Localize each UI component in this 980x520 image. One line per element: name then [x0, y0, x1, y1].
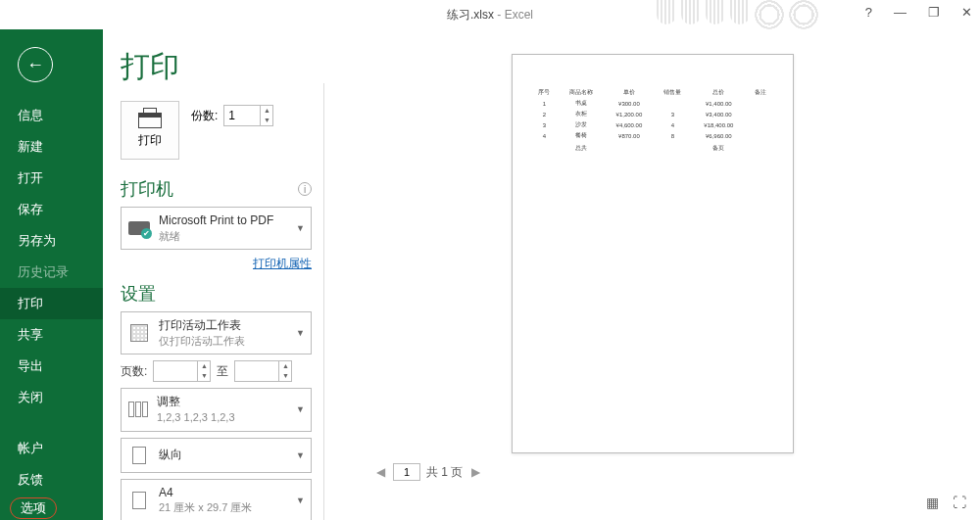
nav-item-另存为[interactable]: 另存为	[0, 225, 103, 257]
window-title: 练习.xlsx - Excel	[447, 7, 533, 24]
page-to-spinner[interactable]: ▲▼	[234, 360, 292, 382]
settings-section-head: 设置	[121, 282, 312, 306]
paper-size-select[interactable]: A421 厘米 x 29.7 厘米 ▼	[121, 479, 312, 520]
print-what-select[interactable]: 打印活动工作表仅打印活动工作表 ▼	[121, 311, 312, 355]
page-heading: 打印	[121, 47, 312, 87]
print-button[interactable]: 打印	[121, 101, 179, 160]
printer-icon	[138, 113, 162, 128]
show-margins-button[interactable]: ▦	[926, 495, 939, 510]
options-button[interactable]: 选项	[10, 497, 57, 519]
nav-item-关闭[interactable]: 关闭	[0, 382, 103, 413]
page-icon	[132, 492, 146, 509]
sheet-icon	[130, 324, 148, 342]
nav-item-帐户[interactable]: 帐户	[0, 433, 103, 464]
page-from-input[interactable]	[154, 361, 197, 381]
portrait-icon	[132, 447, 146, 464]
printer-properties-link[interactable]: 打印机属性	[121, 256, 312, 272]
nav-item-打开[interactable]: 打开	[0, 163, 103, 194]
prev-page-button[interactable]: ◀	[373, 465, 387, 479]
next-page-button[interactable]: ▶	[468, 465, 482, 479]
titlebar: 练习.xlsx - Excel ? — ❐ ✕	[0, 0, 980, 29]
nav-item-共享[interactable]: 共享	[0, 319, 103, 351]
minimize-button[interactable]: —	[894, 5, 906, 20]
zoom-to-page-button[interactable]: ⛶	[953, 495, 966, 510]
print-preview: 序号商品名称单价销售量总价备注 1书桌¥300.00¥1,400.002衣柜¥1…	[324, 29, 980, 520]
page-to-input[interactable]	[235, 361, 278, 381]
pages-label: 页数:	[121, 363, 147, 380]
page-from-spinner[interactable]: ▲▼	[153, 360, 211, 382]
page-input[interactable]	[393, 463, 420, 481]
maximize-button[interactable]: ❐	[928, 5, 940, 20]
printer-status-icon	[128, 221, 150, 235]
nav-item-反馈[interactable]: 反馈	[0, 464, 103, 496]
printer-select[interactable]: Microsoft Print to PDF 就绪 ▼	[121, 207, 312, 250]
chevron-down-icon: ▼	[296, 223, 305, 233]
help-button[interactable]: ?	[865, 5, 872, 20]
collate-icon	[127, 399, 149, 420]
printer-section-head: 打印机 i	[121, 177, 312, 201]
nav-item-保存[interactable]: 保存	[0, 194, 103, 225]
nav-item-新建[interactable]: 新建	[0, 131, 103, 163]
nav-item-打印[interactable]: 打印	[0, 288, 103, 319]
pager: ◀ 共 1 页 ▶	[373, 463, 482, 481]
orientation-select[interactable]: 纵向 ▼	[121, 438, 312, 473]
copies-spinner[interactable]: ▲▼	[223, 105, 273, 126]
backstage-sidebar: ← 信息新建打开保存另存为历史记录打印共享导出关闭 帐户反馈 选项	[0, 29, 103, 520]
chevron-up-icon[interactable]: ▲	[261, 106, 272, 116]
chevron-down-icon[interactable]: ▼	[261, 116, 272, 125]
chevron-down-icon: ▼	[296, 328, 305, 338]
print-panel: 打印 打印 份数: ▲▼ 打印机 i Microsoft Print to PD…	[103, 29, 323, 520]
preview-page: 序号商品名称单价销售量总价备注 1书桌¥300.00¥1,400.002衣柜¥1…	[512, 54, 794, 453]
nav-item-历史记录[interactable]: 历史记录	[0, 257, 103, 288]
collate-select[interactable]: 调整1,2,3 1,2,3 1,2,3 ▼	[121, 388, 312, 431]
nav-item-导出[interactable]: 导出	[0, 351, 103, 382]
back-button[interactable]: ←	[18, 47, 53, 82]
nav-item-信息[interactable]: 信息	[0, 100, 103, 131]
copies-input[interactable]	[224, 106, 260, 125]
close-button[interactable]: ✕	[961, 5, 972, 20]
copies-label: 份数:	[191, 108, 218, 124]
info-icon[interactable]: i	[298, 182, 312, 196]
